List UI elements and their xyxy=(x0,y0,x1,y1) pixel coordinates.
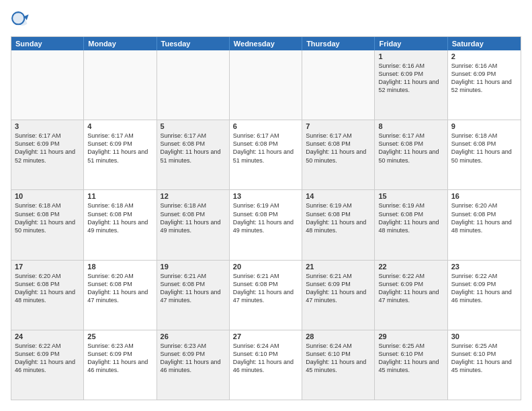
day-info: Sunrise: 6:19 AM Sunset: 6:08 PM Dayligh… xyxy=(233,201,298,234)
day-info: Sunrise: 6:23 AM Sunset: 6:09 PM Dayligh… xyxy=(161,342,226,375)
calendar-cell-3-5: 22Sunrise: 6:22 AM Sunset: 6:09 PM Dayli… xyxy=(375,261,447,330)
day-info: Sunrise: 6:23 AM Sunset: 6:09 PM Dayligh… xyxy=(87,342,152,375)
day-info: Sunrise: 6:18 AM Sunset: 6:08 PM Dayligh… xyxy=(161,201,226,234)
day-number: 13 xyxy=(233,192,298,200)
calendar-cell-1-0: 3Sunrise: 6:17 AM Sunset: 6:09 PM Daylig… xyxy=(11,120,84,189)
calendar-cell-1-2: 5Sunrise: 6:17 AM Sunset: 6:08 PM Daylig… xyxy=(157,120,230,189)
day-info: Sunrise: 6:20 AM Sunset: 6:08 PM Dayligh… xyxy=(451,201,517,234)
calendar-cell-1-3: 6Sunrise: 6:17 AM Sunset: 6:08 PM Daylig… xyxy=(230,120,302,189)
calendar-cell-3-4: 21Sunrise: 6:21 AM Sunset: 6:09 PM Dayli… xyxy=(302,261,375,330)
day-number: 7 xyxy=(306,122,371,130)
day-number: 6 xyxy=(233,122,298,130)
calendar-row-0: 1Sunrise: 6:16 AM Sunset: 6:09 PM Daylig… xyxy=(11,50,521,120)
calendar: SundayMondayTuesdayWednesdayThursdayFrid… xyxy=(11,36,521,400)
day-info: Sunrise: 6:16 AM Sunset: 6:09 PM Dayligh… xyxy=(451,62,517,95)
calendar-cell-4-2: 26Sunrise: 6:23 AM Sunset: 6:09 PM Dayli… xyxy=(157,330,230,400)
day-number: 24 xyxy=(15,332,80,340)
calendar-body: 1Sunrise: 6:16 AM Sunset: 6:09 PM Daylig… xyxy=(11,50,521,400)
header-cell-tuesday: Tuesday xyxy=(157,37,230,50)
day-info: Sunrise: 6:25 AM Sunset: 6:10 PM Dayligh… xyxy=(378,342,443,375)
calendar-cell-2-2: 12Sunrise: 6:18 AM Sunset: 6:08 PM Dayli… xyxy=(157,190,230,259)
day-number: 9 xyxy=(451,122,517,130)
day-number: 21 xyxy=(306,263,371,271)
day-number: 11 xyxy=(87,192,152,200)
calendar-cell-2-5: 15Sunrise: 6:19 AM Sunset: 6:08 PM Dayli… xyxy=(375,190,447,259)
day-number: 4 xyxy=(87,122,152,130)
day-info: Sunrise: 6:21 AM Sunset: 6:08 PM Dayligh… xyxy=(233,272,298,305)
day-info: Sunrise: 6:25 AM Sunset: 6:10 PM Dayligh… xyxy=(451,342,517,375)
calendar-cell-1-4: 7Sunrise: 6:17 AM Sunset: 6:08 PM Daylig… xyxy=(302,120,375,189)
day-info: Sunrise: 6:17 AM Sunset: 6:08 PM Dayligh… xyxy=(306,132,371,165)
day-info: Sunrise: 6:20 AM Sunset: 6:08 PM Dayligh… xyxy=(15,272,80,305)
calendar-cell-2-1: 11Sunrise: 6:18 AM Sunset: 6:08 PM Dayli… xyxy=(84,190,157,259)
calendar-cell-3-3: 20Sunrise: 6:21 AM Sunset: 6:08 PM Dayli… xyxy=(230,261,302,330)
day-number: 29 xyxy=(378,332,443,340)
day-info: Sunrise: 6:17 AM Sunset: 6:08 PM Dayligh… xyxy=(161,132,226,165)
calendar-cell-0-1 xyxy=(84,50,157,120)
calendar-cell-0-3 xyxy=(230,50,302,120)
logo-icon xyxy=(11,11,30,30)
calendar-cell-3-0: 17Sunrise: 6:20 AM Sunset: 6:08 PM Dayli… xyxy=(11,261,84,330)
calendar-cell-4-6: 30Sunrise: 6:25 AM Sunset: 6:10 PM Dayli… xyxy=(448,330,521,400)
day-number: 5 xyxy=(161,122,226,130)
day-number: 19 xyxy=(161,263,226,271)
day-number: 1 xyxy=(378,52,443,60)
calendar-cell-3-2: 19Sunrise: 6:21 AM Sunset: 6:08 PM Dayli… xyxy=(157,261,230,330)
calendar-cell-4-0: 24Sunrise: 6:22 AM Sunset: 6:09 PM Dayli… xyxy=(11,330,84,400)
day-info: Sunrise: 6:18 AM Sunset: 6:08 PM Dayligh… xyxy=(451,132,517,165)
day-number: 17 xyxy=(15,263,80,271)
calendar-cell-1-5: 8Sunrise: 6:17 AM Sunset: 6:08 PM Daylig… xyxy=(375,120,447,189)
day-info: Sunrise: 6:17 AM Sunset: 6:08 PM Dayligh… xyxy=(378,132,443,165)
calendar-row-1: 3Sunrise: 6:17 AM Sunset: 6:09 PM Daylig… xyxy=(11,120,521,189)
calendar-cell-2-0: 10Sunrise: 6:18 AM Sunset: 6:08 PM Dayli… xyxy=(11,190,84,259)
day-number: 2 xyxy=(451,52,517,60)
day-info: Sunrise: 6:24 AM Sunset: 6:10 PM Dayligh… xyxy=(306,342,371,375)
calendar-cell-0-6: 2Sunrise: 6:16 AM Sunset: 6:09 PM Daylig… xyxy=(448,50,521,120)
day-number: 14 xyxy=(306,192,371,200)
header-cell-wednesday: Wednesday xyxy=(230,37,302,50)
day-info: Sunrise: 6:20 AM Sunset: 6:08 PM Dayligh… xyxy=(87,272,152,305)
day-info: Sunrise: 6:17 AM Sunset: 6:09 PM Dayligh… xyxy=(15,132,80,165)
day-number: 23 xyxy=(451,263,517,271)
day-number: 8 xyxy=(378,122,443,130)
header-cell-thursday: Thursday xyxy=(302,37,375,50)
day-number: 28 xyxy=(306,332,371,340)
header-cell-saturday: Saturday xyxy=(448,37,521,50)
day-number: 15 xyxy=(378,192,443,200)
day-info: Sunrise: 6:16 AM Sunset: 6:09 PM Dayligh… xyxy=(378,62,443,95)
calendar-cell-4-5: 29Sunrise: 6:25 AM Sunset: 6:10 PM Dayli… xyxy=(375,330,447,400)
day-info: Sunrise: 6:22 AM Sunset: 6:09 PM Dayligh… xyxy=(378,272,443,305)
day-number: 22 xyxy=(378,263,443,271)
header-cell-sunday: Sunday xyxy=(11,37,84,50)
day-number: 26 xyxy=(161,332,226,340)
calendar-cell-2-6: 16Sunrise: 6:20 AM Sunset: 6:08 PM Dayli… xyxy=(448,190,521,259)
calendar-header: SundayMondayTuesdayWednesdayThursdayFrid… xyxy=(11,37,521,50)
calendar-cell-2-3: 13Sunrise: 6:19 AM Sunset: 6:08 PM Dayli… xyxy=(230,190,302,259)
calendar-row-2: 10Sunrise: 6:18 AM Sunset: 6:08 PM Dayli… xyxy=(11,189,521,259)
day-info: Sunrise: 6:21 AM Sunset: 6:08 PM Dayligh… xyxy=(161,272,226,305)
day-info: Sunrise: 6:18 AM Sunset: 6:08 PM Dayligh… xyxy=(87,201,152,234)
day-number: 27 xyxy=(233,332,298,340)
day-info: Sunrise: 6:18 AM Sunset: 6:08 PM Dayligh… xyxy=(15,201,80,234)
calendar-cell-0-0 xyxy=(11,50,84,120)
day-info: Sunrise: 6:21 AM Sunset: 6:09 PM Dayligh… xyxy=(306,272,371,305)
calendar-cell-2-4: 14Sunrise: 6:19 AM Sunset: 6:08 PM Dayli… xyxy=(302,190,375,259)
day-number: 12 xyxy=(161,192,226,200)
calendar-cell-4-1: 25Sunrise: 6:23 AM Sunset: 6:09 PM Dayli… xyxy=(84,330,157,400)
day-info: Sunrise: 6:24 AM Sunset: 6:10 PM Dayligh… xyxy=(233,342,298,375)
calendar-cell-4-4: 28Sunrise: 6:24 AM Sunset: 6:10 PM Dayli… xyxy=(302,330,375,400)
calendar-cell-0-5: 1Sunrise: 6:16 AM Sunset: 6:09 PM Daylig… xyxy=(375,50,447,120)
calendar-cell-3-6: 23Sunrise: 6:22 AM Sunset: 6:09 PM Dayli… xyxy=(448,261,521,330)
calendar-cell-4-3: 27Sunrise: 6:24 AM Sunset: 6:10 PM Dayli… xyxy=(230,330,302,400)
day-number: 30 xyxy=(451,332,517,340)
page: SundayMondayTuesdayWednesdayThursdayFrid… xyxy=(0,0,532,411)
calendar-row-3: 17Sunrise: 6:20 AM Sunset: 6:08 PM Dayli… xyxy=(11,260,521,330)
calendar-row-4: 24Sunrise: 6:22 AM Sunset: 6:09 PM Dayli… xyxy=(11,330,521,400)
day-info: Sunrise: 6:19 AM Sunset: 6:08 PM Dayligh… xyxy=(306,201,371,234)
day-info: Sunrise: 6:22 AM Sunset: 6:09 PM Dayligh… xyxy=(15,342,80,375)
day-info: Sunrise: 6:17 AM Sunset: 6:09 PM Dayligh… xyxy=(87,132,152,165)
calendar-cell-1-1: 4Sunrise: 6:17 AM Sunset: 6:09 PM Daylig… xyxy=(84,120,157,189)
calendar-cell-0-2 xyxy=(157,50,230,120)
day-number: 16 xyxy=(451,192,517,200)
day-number: 18 xyxy=(87,263,152,271)
